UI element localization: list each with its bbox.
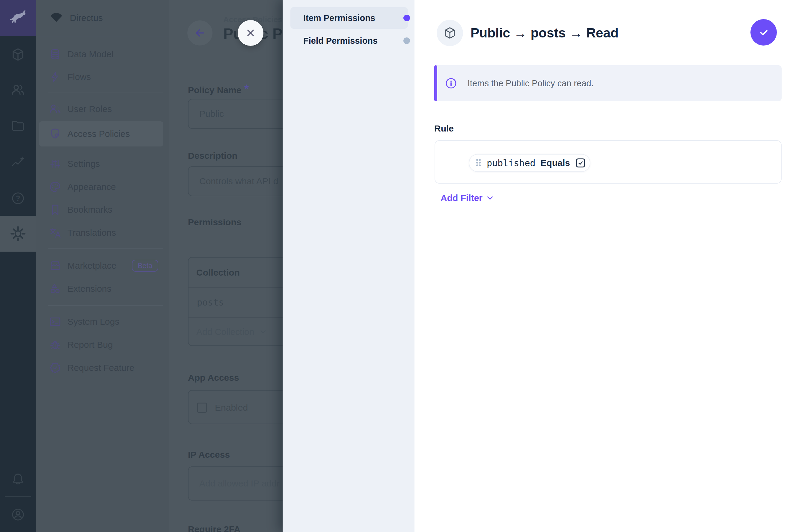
sidebar-item-data-model[interactable]: Data Model <box>36 45 169 64</box>
bolt-icon <box>49 71 61 83</box>
app-access-box: Enabled <box>188 390 283 424</box>
module-files-button[interactable] <box>0 108 36 144</box>
filter-field[interactable]: published <box>487 158 536 168</box>
directus-rabbit-icon <box>9 9 27 27</box>
terminal-icon <box>49 316 61 328</box>
filter-operator[interactable]: Equals <box>541 158 570 168</box>
drag-handle <box>476 159 482 167</box>
permissions-label: Permissions <box>188 217 241 227</box>
required-star-icon: ★ <box>244 83 249 90</box>
close-icon <box>245 27 256 39</box>
project-header[interactable]: Directus <box>36 0 169 36</box>
bell-icon <box>11 472 25 486</box>
policy-name-label: Policy Name★ <box>188 83 249 95</box>
check-icon <box>757 26 770 39</box>
chevron-down-icon <box>485 193 495 203</box>
user-circle-icon <box>11 508 25 522</box>
module-users-button[interactable] <box>0 72 36 108</box>
folder-icon <box>11 119 25 133</box>
drawer-close-button[interactable] <box>238 20 263 46</box>
policy-detail-page: Access Policies Public Policy Policy Nam… <box>169 0 283 532</box>
avatar-button[interactable] <box>0 497 36 532</box>
drag-handle-icon[interactable] <box>469 159 482 167</box>
sidebar-divider-2 <box>48 148 163 148</box>
description-input[interactable]: Controls what API d <box>188 166 283 196</box>
directus-logo-tile[interactable] <box>0 0 36 36</box>
require-2fa-label: Require 2FA <box>188 524 240 532</box>
info-notice: Items the Public Policy can read. <box>434 65 782 101</box>
cube-icon <box>443 26 457 40</box>
sidebar-divider-1 <box>48 93 163 93</box>
users-icon <box>11 83 25 97</box>
palette-icon <box>49 181 61 193</box>
checkbox-check-icon <box>577 160 584 166</box>
ip-access-input[interactable]: Add allowed IP addr <box>188 467 283 500</box>
drawer-content: Public → posts → Read Items the Public P… <box>414 0 796 532</box>
drawer-tabs: Item Permissions Field Permissions <box>283 0 414 532</box>
sidebar-divider-3 <box>48 248 163 249</box>
sidebar-item-access-policies[interactable]: Access Policies <box>36 124 169 144</box>
shapes-icon <box>49 283 61 295</box>
storefront-icon <box>49 260 61 272</box>
sidebar-item-extensions[interactable]: Extensions <box>36 279 169 298</box>
box-icon <box>11 47 25 62</box>
notifications-button[interactable] <box>0 461 36 497</box>
back-button[interactable] <box>187 20 212 45</box>
ip-access-label: IP Access <box>188 450 230 460</box>
sidebar-item-flows[interactable]: Flows <box>36 68 169 87</box>
sidebar-item-settings[interactable]: Settings <box>36 154 169 173</box>
module-settings-button[interactable] <box>0 216 36 252</box>
rule-label: Rule <box>434 124 454 134</box>
arrow-left-icon <box>193 26 206 40</box>
module-content-button[interactable] <box>0 37 36 73</box>
permissions-column-header: Collection <box>196 258 240 287</box>
rule-box: published Equals <box>434 140 782 184</box>
insights-icon <box>11 155 25 169</box>
app-access-label: App Access <box>188 373 239 383</box>
add-filter-button[interactable]: Add Filter <box>441 192 495 204</box>
project-name: Directus <box>70 13 103 23</box>
active-dot-icon <box>403 15 410 21</box>
project-icon <box>49 11 63 25</box>
sidebar-item-appearance[interactable]: Appearance <box>36 177 169 196</box>
project-header-divider <box>36 36 169 36</box>
tune-icon <box>49 158 61 170</box>
app-access-checkbox-label[interactable]: Enabled <box>215 391 248 425</box>
filter-pill[interactable]: published Equals <box>469 154 590 172</box>
save-button[interactable] <box>751 19 777 45</box>
inactive-dot-icon <box>403 37 410 44</box>
info-icon <box>445 77 457 89</box>
sidebar-item-system-logs[interactable]: System Logs <box>36 312 169 331</box>
sidebar-item-report-bug[interactable]: Report Bug <box>36 335 169 354</box>
shield-user-icon <box>49 128 61 140</box>
sidebar-divider-4 <box>48 305 163 306</box>
tab-item-permissions[interactable]: Item Permissions <box>291 7 408 29</box>
module-help-button[interactable]: ? <box>0 180 36 216</box>
permissions-table: Collection posts Add Collection <box>188 257 283 346</box>
sidebar-item-bookmarks[interactable]: Bookmarks <box>36 200 169 219</box>
module-insights-button[interactable] <box>0 144 36 180</box>
chevron-down-icon <box>259 328 267 336</box>
filter-value-checkbox[interactable] <box>576 158 585 168</box>
app-access-checkbox[interactable] <box>197 403 207 413</box>
translate-icon <box>49 227 61 239</box>
badge-check-icon <box>49 362 61 374</box>
user-roles-icon <box>49 103 61 115</box>
sidebar-item-request-feature[interactable]: Request Feature <box>36 358 169 377</box>
description-label: Description <box>188 151 237 161</box>
drawer-header-icon <box>437 20 463 46</box>
permissions-row[interactable]: posts <box>197 287 224 317</box>
sidebar-item-marketplace[interactable]: Marketplace Beta <box>36 256 169 275</box>
policy-name-input[interactable]: Public <box>188 99 283 129</box>
add-collection-button[interactable]: Add Collection <box>196 317 267 346</box>
bookmark-icon <box>49 204 61 216</box>
sidebar-item-user-roles[interactable]: User Roles <box>36 99 169 119</box>
tab-field-permissions[interactable]: Field Permissions <box>291 30 408 52</box>
database-icon <box>49 48 61 60</box>
module-bar: ? <box>0 0 36 532</box>
sidebar-item-translations[interactable]: Translations <box>36 223 169 242</box>
drawer-title: Public → posts → Read <box>470 24 618 41</box>
sidebar: Directus Data Model Flows User Roles Acc… <box>36 0 169 532</box>
svg-text:?: ? <box>16 194 20 202</box>
bug-icon <box>49 339 61 351</box>
